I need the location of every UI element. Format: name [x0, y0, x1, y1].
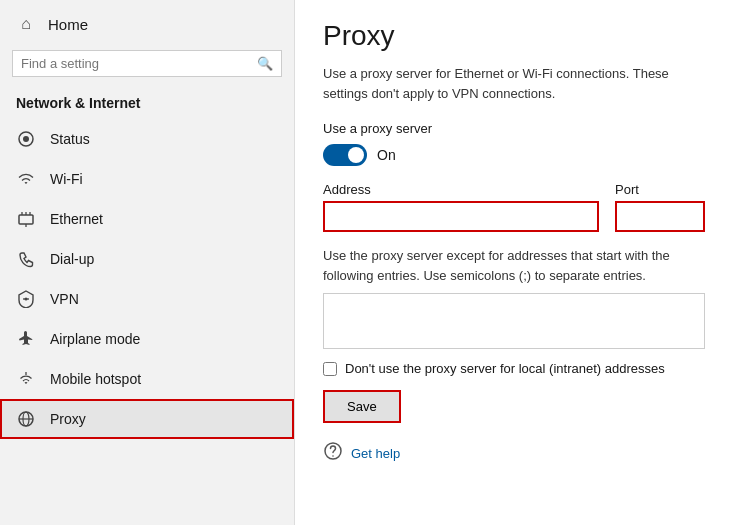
airplane-icon: [16, 329, 36, 349]
home-label: Home: [48, 16, 88, 33]
except-description: Use the proxy server except for addresse…: [323, 246, 705, 285]
local-checkbox[interactable]: [323, 362, 337, 376]
toggle-row: On: [323, 144, 705, 166]
svg-point-14: [332, 455, 334, 457]
status-icon: [16, 129, 36, 149]
home-icon: ⌂: [16, 14, 36, 34]
sidebar-item-airplane[interactable]: Airplane mode: [0, 319, 294, 359]
sidebar-item-status[interactable]: Status: [0, 119, 294, 159]
svg-rect-2: [19, 215, 33, 224]
toggle-label: On: [377, 147, 396, 163]
section-label: Network & Internet: [0, 91, 294, 119]
main-content: Proxy Use a proxy server for Ethernet or…: [295, 0, 733, 525]
sidebar-item-home[interactable]: ⌂ Home: [0, 0, 294, 44]
sidebar-item-label: Dial-up: [50, 251, 94, 267]
sidebar-item-label: VPN: [50, 291, 79, 307]
get-help-icon: [323, 441, 343, 466]
address-port-row: Address Port: [323, 182, 705, 232]
port-label: Port: [615, 182, 705, 197]
sidebar-item-label: Mobile hotspot: [50, 371, 141, 387]
port-input[interactable]: [615, 201, 705, 232]
sidebar-item-wifi[interactable]: Wi-Fi: [0, 159, 294, 199]
search-box[interactable]: 🔍: [12, 50, 282, 77]
search-input[interactable]: [21, 56, 251, 71]
dialup-icon: [16, 249, 36, 269]
sidebar-item-label: Ethernet: [50, 211, 103, 227]
page-title: Proxy: [323, 20, 705, 52]
local-checkbox-row: Don't use the proxy server for local (in…: [323, 361, 705, 376]
sidebar: ⌂ Home 🔍 Network & Internet Status Wi-Fi…: [0, 0, 295, 525]
proxy-toggle[interactable]: [323, 144, 367, 166]
address-label: Address: [323, 182, 599, 197]
exceptions-textarea[interactable]: [323, 293, 705, 349]
get-help-label: Get help: [351, 446, 400, 461]
checkbox-label: Don't use the proxy server for local (in…: [345, 361, 665, 376]
vpn-icon: [16, 289, 36, 309]
hotspot-icon: [16, 369, 36, 389]
ethernet-icon: [16, 209, 36, 229]
sidebar-item-hotspot[interactable]: Mobile hotspot: [0, 359, 294, 399]
sidebar-item-label: Wi-Fi: [50, 171, 83, 187]
port-field-group: Port: [615, 182, 705, 232]
sidebar-item-dialup[interactable]: Dial-up: [0, 239, 294, 279]
sidebar-item-vpn[interactable]: VPN: [0, 279, 294, 319]
sidebar-item-label: Proxy: [50, 411, 86, 427]
sidebar-item-label: Airplane mode: [50, 331, 140, 347]
get-help-row[interactable]: Get help: [323, 441, 705, 466]
wifi-icon: [16, 169, 36, 189]
address-field-group: Address: [323, 182, 599, 232]
proxy-icon: [16, 409, 36, 429]
sidebar-item-ethernet[interactable]: Ethernet: [0, 199, 294, 239]
description: Use a proxy server for Ethernet or Wi-Fi…: [323, 64, 705, 103]
svg-point-8: [25, 298, 28, 301]
search-icon: 🔍: [257, 56, 273, 71]
svg-point-1: [23, 136, 29, 142]
use-proxy-label: Use a proxy server: [323, 121, 705, 136]
address-input[interactable]: [323, 201, 599, 232]
save-button[interactable]: Save: [323, 390, 401, 423]
sidebar-item-label: Status: [50, 131, 90, 147]
sidebar-item-proxy[interactable]: Proxy: [0, 399, 294, 439]
